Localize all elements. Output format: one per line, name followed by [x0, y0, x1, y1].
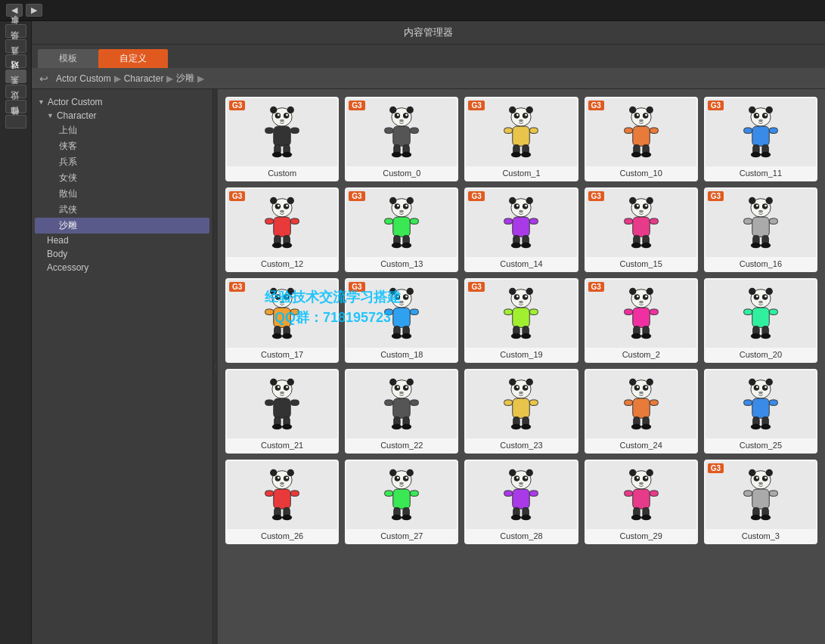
tree-character[interactable]: ▼ Character [35, 109, 209, 122]
tab-template[interactable]: 模板 [38, 49, 98, 68]
tree-兵系[interactable]: 兵系 [35, 154, 209, 170]
grid-item-label: Custom_0 [346, 166, 457, 180]
grid-item[interactable]: G3 Custom_13 [345, 187, 458, 272]
tree-武侠[interactable]: 武侠 [35, 202, 209, 218]
grid-item[interactable]: Custom_25 [704, 369, 817, 454]
grid-item-label: Custom_17 [227, 348, 337, 361]
grid-item[interactable]: G3 Custom_12 [225, 187, 339, 272]
left-tab-scene[interactable]: 场景 [5, 39, 26, 53]
svg-point-65 [756, 113, 758, 116]
grid-item[interactable]: Custom_23 [464, 369, 578, 454]
grid-item[interactable]: G3 Custom_3 [704, 460, 817, 544]
svg-point-167 [407, 287, 414, 294]
left-tab-props[interactable]: 道具 [5, 54, 26, 68]
svg-point-29 [402, 151, 411, 157]
grid-item[interactable]: G3 Custom_11 [704, 97, 817, 181]
grid-item[interactable]: G3 Custom_1 [464, 97, 578, 181]
svg-point-322 [399, 481, 404, 485]
grid-item[interactable]: G3 Custom_15 [585, 187, 698, 272]
svg-rect-98 [393, 217, 411, 237]
svg-rect-370 [769, 490, 777, 496]
grid-item-label: Custom_22 [346, 438, 457, 452]
grid-item[interactable]: G3 Custom_17 [225, 278, 339, 363]
forward-button[interactable]: ▶ [26, 4, 42, 17]
left-tab-setting[interactable]: 设定 [5, 100, 26, 113]
svg-rect-115 [530, 218, 538, 224]
grid-item[interactable]: G3 Custom_18 [345, 278, 458, 363]
svg-point-307 [280, 481, 284, 485]
tree-上仙[interactable]: 上仙 [35, 122, 209, 138]
svg-point-127 [639, 209, 644, 212]
tree-label-散仙: 散仙 [59, 187, 77, 200]
grid-item-label: Custom_24 [586, 438, 696, 452]
tree-散仙[interactable]: 散仙 [35, 186, 209, 202]
grid-item[interactable]: G3 Custom [225, 97, 339, 181]
grid-item[interactable]: G3 Custom_10 [585, 97, 698, 181]
left-tab-narrative[interactable]: 叙事 [5, 24, 26, 38]
svg-point-246 [405, 385, 408, 388]
left-tab-dialog[interactable]: 对话 [5, 70, 26, 83]
svg-point-88 [272, 242, 282, 248]
grid-item[interactable]: Custom_28 [464, 460, 578, 544]
grid-item[interactable]: G3 Custom_16 [704, 187, 817, 272]
grid-item[interactable]: Custom_26 [225, 460, 339, 544]
svg-point-366 [765, 476, 767, 478]
tree-女侠[interactable]: 女侠 [35, 170, 209, 186]
grid-item[interactable]: Custom_22 [345, 369, 458, 454]
grid-item[interactable]: Custom_29 [585, 460, 698, 544]
grid-item[interactable]: G3 Custom_19 [464, 278, 578, 363]
breadcrumb-actor-custom[interactable]: Actor Custom [56, 73, 111, 84]
svg-point-67 [758, 119, 763, 122]
grid-item[interactable]: Custom_24 [585, 369, 698, 454]
tree-head[interactable]: Head [35, 234, 209, 247]
grid-item-badge: G3 [229, 191, 245, 201]
breadcrumb-back-button[interactable]: ↩ [39, 73, 48, 85]
svg-point-305 [278, 476, 280, 478]
tree-沙雕[interactable]: 沙雕 [35, 218, 209, 234]
svg-rect-204 [624, 308, 632, 314]
tab-row: 模板 自定义 [32, 45, 825, 68]
tab-custom[interactable]: 自定义 [98, 49, 168, 68]
svg-point-257 [526, 378, 533, 385]
panel-title: 内容管理器 [32, 21, 825, 45]
left-tab-elastic[interactable]: 弹性动作 [5, 115, 26, 128]
svg-rect-235 [290, 399, 299, 405]
grid-item-thumb: G3 [706, 461, 816, 529]
grid-item[interactable]: G3 Custom_14 [464, 187, 578, 272]
grid-item-label: Custom_25 [706, 438, 816, 452]
back-button[interactable]: ◀ [6, 4, 23, 17]
svg-point-142 [758, 209, 763, 212]
svg-point-187 [520, 300, 524, 303]
svg-rect-249 [385, 399, 393, 405]
tree-body[interactable]: Body [35, 247, 209, 261]
asset-grid: G3 CustomG3 [225, 97, 817, 544]
breadcrumb-current[interactable]: 沙雕 [176, 72, 194, 85]
svg-rect-340 [530, 490, 538, 496]
grid-item-badge: G3 [708, 191, 724, 201]
svg-point-286 [749, 378, 755, 385]
svg-point-290 [756, 385, 758, 388]
svg-rect-114 [504, 218, 513, 224]
grid-item-thumb [227, 461, 337, 529]
grid-item-label: Custom [227, 166, 337, 180]
grid-item[interactable]: G3 Custom_0 [345, 97, 458, 181]
breadcrumb-character[interactable]: Character [124, 73, 164, 84]
svg-point-5 [278, 113, 280, 116]
tree-侠客[interactable]: 侠客 [35, 138, 209, 154]
svg-point-232 [280, 391, 284, 394]
grid-item-badge: G3 [708, 101, 724, 110]
tree-accessory[interactable]: Accessory [35, 261, 209, 274]
tree-label-body: Body [47, 249, 67, 259]
svg-rect-310 [290, 490, 299, 496]
svg-point-61 [749, 106, 755, 113]
left-tab-relation[interactable]: 关系 [5, 85, 26, 98]
grid-item[interactable]: G3 Custom_2 [585, 278, 698, 363]
svg-point-28 [392, 151, 402, 157]
tree-root[interactable]: ▼ Actor Custom [35, 95, 209, 109]
left-tab-bar: 叙事 场景 道具 对话 关系 设定 弹性动作 [0, 21, 32, 644]
grid-item[interactable]: Custom_27 [345, 460, 458, 544]
grid-item[interactable]: Custom_20 [704, 278, 817, 363]
grid-item[interactable]: Custom_21 [225, 369, 339, 454]
svg-point-21 [405, 113, 408, 116]
svg-point-287 [765, 378, 772, 385]
